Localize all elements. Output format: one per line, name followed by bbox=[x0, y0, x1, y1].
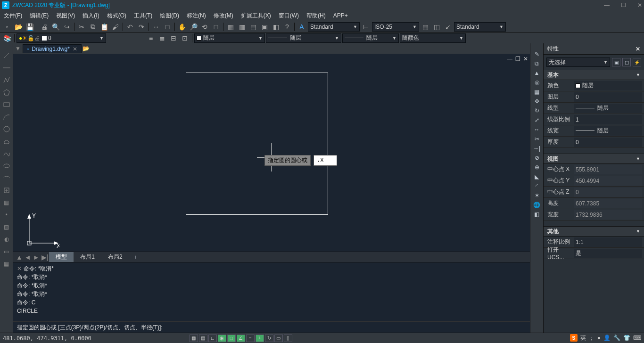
prop-layer[interactable]: 0 bbox=[574, 92, 642, 102]
layout-tab-model[interactable]: 模型 bbox=[49, 252, 74, 262]
layout-left-icon[interactable]: ◄ bbox=[24, 253, 32, 261]
layer-off-icon[interactable]: ≡ bbox=[146, 33, 156, 43]
ellipse-icon[interactable] bbox=[2, 161, 11, 171]
text-style-icon[interactable]: A bbox=[297, 22, 307, 32]
menu-view[interactable]: 视图(V) bbox=[56, 12, 75, 20]
chamfer-icon[interactable]: ◣ bbox=[535, 173, 539, 180]
select-obj-icon[interactable]: ▢ bbox=[622, 58, 631, 66]
extra-icon[interactable]: ◧ bbox=[534, 211, 539, 218]
stretch-icon[interactable]: ↔ bbox=[534, 126, 540, 133]
grid-icon[interactable]: ▤ bbox=[199, 335, 207, 342]
ime-keyboard-icon[interactable]: ⌨ bbox=[633, 335, 641, 341]
line-icon[interactable] bbox=[2, 51, 11, 60]
world-icon[interactable]: 🌐 bbox=[533, 202, 540, 208]
hatch-icon[interactable]: ▨ bbox=[2, 222, 11, 232]
xline-icon[interactable] bbox=[2, 63, 11, 73]
layer-lock-icon[interactable]: ⊟ bbox=[168, 33, 179, 43]
otrack-icon[interactable]: ∠ bbox=[237, 335, 245, 342]
copy-obj-icon[interactable]: ⧉ bbox=[535, 60, 539, 67]
ortho-icon[interactable]: ∟ bbox=[208, 335, 217, 342]
maximize-button[interactable]: ☐ bbox=[621, 2, 626, 8]
layer-combo[interactable]: ●☀🔓🖨 0▼ bbox=[17, 33, 106, 43]
menu-app[interactable]: APP+ bbox=[333, 12, 348, 19]
menu-help[interactable]: 帮助(H) bbox=[306, 12, 326, 20]
layout-first-icon[interactable]: ▲ bbox=[15, 253, 24, 261]
cycle-icon[interactable]: ↻ bbox=[265, 335, 273, 342]
zoom-win-icon[interactable]: □ bbox=[211, 22, 221, 32]
ime-skin-icon[interactable]: 👕 bbox=[623, 335, 630, 341]
dynamic-input-field[interactable]: .x bbox=[314, 155, 337, 166]
move-icon[interactable]: ✥ bbox=[535, 98, 539, 105]
calc-icon[interactable]: □ bbox=[162, 22, 173, 32]
ime-tools-icon[interactable]: 🔧 bbox=[613, 335, 620, 341]
insert-icon[interactable] bbox=[2, 186, 11, 195]
point-icon[interactable]: • bbox=[2, 210, 11, 220]
scale-icon[interactable]: ⤢ bbox=[535, 117, 539, 123]
menu-draw[interactable]: 绘图(D) bbox=[160, 12, 179, 20]
table-style-icon[interactable]: ▦ bbox=[420, 22, 430, 32]
revcloud-icon[interactable] bbox=[2, 137, 11, 146]
redo-icon[interactable]: ↷ bbox=[136, 22, 147, 32]
mirror-icon[interactable]: ▲ bbox=[534, 70, 540, 76]
break-icon[interactable]: ⊘ bbox=[535, 155, 539, 161]
block-icon[interactable]: ◫ bbox=[431, 22, 442, 32]
polar-icon[interactable]: ◉ bbox=[218, 335, 226, 342]
model-icon[interactable]: ▭ bbox=[274, 335, 283, 342]
offset-icon[interactable]: ◎ bbox=[535, 79, 539, 86]
doctab-menu-icon[interactable]: ▼ bbox=[15, 45, 21, 52]
open-icon[interactable]: 📂 bbox=[13, 22, 24, 32]
zoom-rt-icon[interactable]: 🔎 bbox=[188, 22, 198, 32]
polygon-icon[interactable] bbox=[2, 88, 11, 97]
color-combo[interactable]: 随层▼ bbox=[194, 33, 265, 43]
menu-edit[interactable]: 编辑(E) bbox=[30, 12, 49, 20]
properties-close-icon[interactable]: ✕ bbox=[636, 46, 640, 52]
cmd-close-icon[interactable]: ✕ bbox=[17, 264, 22, 273]
view-close-icon[interactable]: ✕ bbox=[523, 56, 528, 62]
dim-style-icon[interactable]: ⊢ bbox=[361, 22, 371, 32]
mleader-icon[interactable]: ↙ bbox=[443, 22, 453, 32]
layout-last-icon[interactable]: ▶| bbox=[41, 253, 50, 261]
section-view[interactable]: 视图▼ bbox=[544, 154, 644, 164]
ime-lang[interactable]: 英 bbox=[580, 334, 586, 342]
pan-icon[interactable]: ✋ bbox=[177, 22, 187, 32]
section-basic[interactable]: 基本▼ bbox=[544, 70, 644, 80]
anno-icon[interactable]: ▯ bbox=[284, 335, 292, 342]
zoom-prev-icon[interactable]: ⟲ bbox=[199, 22, 210, 32]
prop-color[interactable]: 随层 bbox=[574, 81, 642, 90]
prop-thickness[interactable]: 0 bbox=[574, 138, 642, 147]
osnap-icon[interactable]: □ bbox=[227, 335, 236, 342]
save-icon[interactable]: 💾 bbox=[25, 22, 35, 32]
prop-ltscale[interactable]: 1 bbox=[574, 115, 642, 124]
publish-icon[interactable]: ↪ bbox=[62, 22, 72, 32]
cleanup-icon[interactable]: ◧ bbox=[271, 22, 281, 32]
drawing-canvas[interactable]: — ❐ ✕ 指定圆的圆心或 .x Y X bbox=[13, 54, 530, 252]
sogou-icon[interactable]: S bbox=[570, 334, 578, 342]
circle-icon[interactable] bbox=[2, 124, 11, 134]
cut-icon[interactable]: ✂ bbox=[76, 22, 87, 32]
measure-icon[interactable]: ↔ bbox=[151, 22, 161, 32]
rotate-icon[interactable]: ↻ bbox=[535, 107, 539, 114]
layer-mgr-icon[interactable]: 📚 bbox=[2, 33, 12, 43]
prop-ucs[interactable]: 是 bbox=[574, 249, 642, 258]
layout-add-icon[interactable]: + bbox=[129, 253, 142, 261]
help-icon[interactable]: ? bbox=[282, 22, 292, 32]
print-icon[interactable]: 🖨 bbox=[39, 22, 50, 32]
linetype-combo[interactable]: 随层▼ bbox=[266, 33, 341, 43]
arc-icon[interactable] bbox=[2, 112, 11, 122]
view-minimize-icon[interactable]: — bbox=[507, 56, 512, 62]
paste-icon[interactable]: 📋 bbox=[99, 22, 109, 32]
section-other[interactable]: 其他▼ bbox=[544, 226, 644, 237]
explode-icon[interactable]: ✶ bbox=[535, 192, 539, 199]
status-coords[interactable]: 481.0680, 474.9311, 0.0000 bbox=[3, 335, 91, 342]
quick-select-icon[interactable]: ▣ bbox=[612, 58, 620, 66]
lwt-icon[interactable]: ≡ bbox=[246, 335, 255, 342]
copy-icon[interactable]: ⧉ bbox=[88, 22, 98, 32]
menu-file[interactable]: 文件(F) bbox=[4, 12, 22, 20]
extend-icon[interactable]: →| bbox=[533, 145, 540, 152]
menu-dim[interactable]: 标注(N) bbox=[187, 12, 206, 20]
plotstyle-combo[interactable]: 随颜色▼ bbox=[400, 33, 466, 43]
dyn-icon[interactable]: + bbox=[256, 335, 264, 342]
menu-tools[interactable]: 工具(T) bbox=[134, 12, 152, 20]
ime-user-icon[interactable]: 👤 bbox=[603, 335, 611, 341]
layout-tab-1[interactable]: 布局1 bbox=[74, 252, 101, 262]
